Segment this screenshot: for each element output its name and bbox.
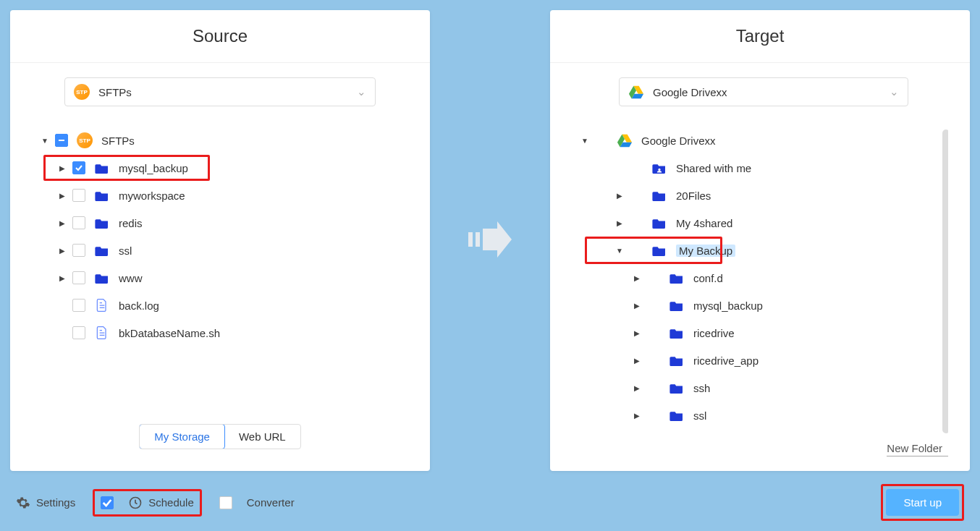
tree-row[interactable]: ▶ssl [579, 402, 948, 429]
checkbox[interactable] [72, 271, 85, 284]
converter-checkbox[interactable] [219, 496, 232, 509]
new-folder-button[interactable]: New Folder [887, 442, 948, 456]
row-label: My Backup [676, 245, 735, 257]
caret-icon[interactable]: ▶ [631, 384, 643, 392]
svg-point-9 [658, 169, 660, 171]
checkbox[interactable] [72, 189, 85, 202]
caret-icon[interactable]: ▶ [56, 274, 68, 282]
caret-icon[interactable]: ▶ [56, 192, 68, 200]
caret-icon[interactable]: ▶ [631, 412, 643, 420]
startup-button[interactable]: Start up [886, 489, 959, 516]
tree-row[interactable]: ▶conf.d [579, 264, 948, 292]
source-panel: Source STP SFTPs ⌄ ▼ ST [10, 10, 430, 471]
scrollbar[interactable] [942, 129, 948, 433]
tree-row[interactable]: ▶ssl [39, 237, 401, 264]
bottom-bar: Settings Schedule Converter Start up [10, 471, 970, 525]
arrow-zone [430, 10, 550, 471]
folder-icon [669, 272, 685, 284]
source-title: Source [10, 10, 430, 63]
checkbox[interactable] [72, 216, 85, 229]
tree-row[interactable]: ▶mysql_backup [579, 292, 948, 319]
source-tree: ▼ STP SFTPs ▶mysql_backup▶myworkspace▶re… [39, 127, 401, 421]
row-label: bkDatabaseName.sh [119, 327, 220, 339]
folder-icon [669, 327, 685, 339]
tree-row[interactable]: Shared with me [579, 154, 948, 182]
clock-icon [128, 496, 143, 510]
folder-icon [651, 245, 667, 256]
checkbox-partial[interactable] [55, 134, 68, 147]
shared-folder-icon [651, 162, 667, 174]
tab-web-url[interactable]: Web URL [224, 425, 300, 449]
svg-rect-0 [59, 140, 64, 141]
folder-icon [669, 354, 685, 366]
schedule-toggle[interactable]: Schedule [93, 489, 202, 517]
startup-highlight: Start up [881, 484, 964, 521]
target-dropdown-label: Google Drivexx [653, 86, 890, 98]
caret-icon[interactable]: ▶ [56, 247, 68, 255]
tree-row[interactable]: bkDatabaseName.sh [39, 319, 401, 347]
folder-icon [94, 272, 110, 284]
checkbox[interactable] [72, 299, 85, 312]
row-label: www [119, 272, 143, 284]
caret-down-icon[interactable]: ▼ [579, 137, 591, 145]
folder-icon [94, 162, 110, 174]
source-dropdown-label: SFTPs [98, 86, 357, 98]
tree-root[interactable]: ▼ STP SFTPs [39, 127, 401, 154]
caret-icon[interactable]: ▶ [614, 219, 625, 227]
caret-icon[interactable]: ▶ [631, 357, 643, 365]
row-label: Shared with me [676, 162, 751, 174]
tree-row[interactable]: ▶myworkspace [39, 182, 401, 209]
row-label: myworkspace [119, 190, 185, 202]
caret-icon[interactable]: ▶ [631, 302, 643, 310]
target-title: Target [550, 10, 970, 63]
chevron-down-icon: ⌄ [357, 85, 366, 98]
caret-icon[interactable]: ▶ [56, 164, 68, 172]
tree-row[interactable]: ▶My 4shared [579, 209, 948, 237]
folder-icon [94, 190, 110, 201]
row-label: ssl [693, 409, 706, 422]
row-label: mysql_backup [693, 300, 763, 312]
svg-rect-2 [476, 232, 480, 247]
folder-icon [669, 382, 685, 394]
caret-icon[interactable]: ▶ [614, 192, 625, 200]
tree-row[interactable]: ▼My Backup [579, 237, 948, 264]
tree-row[interactable]: ▶www [39, 264, 401, 292]
caret-icon[interactable]: ▶ [631, 274, 643, 282]
caret-icon[interactable]: ▶ [631, 329, 643, 337]
folder-icon [651, 190, 667, 201]
row-label: ssl [119, 245, 132, 257]
caret-icon[interactable]: ▶ [56, 219, 68, 227]
checkbox[interactable] [72, 161, 85, 174]
row-label: ricedrive_app [693, 354, 759, 367]
checkbox[interactable] [72, 244, 85, 257]
tree-row[interactable]: ▶redis [39, 209, 401, 237]
tree-row[interactable]: ▶20Files [579, 182, 948, 209]
target-root-label: Google Drivexx [641, 135, 716, 147]
row-label: redis [119, 217, 143, 229]
tab-my-storage[interactable]: My Storage [139, 424, 225, 449]
arrow-right-icon [465, 218, 515, 263]
row-label: ricedrive [693, 327, 735, 339]
folder-icon [669, 300, 685, 311]
settings-button[interactable]: Settings [16, 496, 75, 510]
tree-row[interactable]: ▶mysql_backup [39, 154, 401, 182]
settings-label: Settings [36, 496, 75, 509]
tree-row[interactable]: ▶ricedrive [579, 319, 948, 347]
target-dropdown[interactable]: Google Drivexx ⌄ [619, 77, 908, 106]
row-label: My 4shared [676, 217, 732, 229]
tree-row[interactable]: ▶ricedrive_app [579, 347, 948, 374]
converter-label: Converter [247, 496, 295, 509]
source-dropdown[interactable]: STP SFTPs ⌄ [64, 77, 376, 106]
tree-row[interactable]: back.log [39, 292, 401, 319]
caret-icon[interactable]: ▼ [614, 247, 625, 255]
gear-icon [16, 496, 30, 510]
target-tree: ▼ Google Drivexx Shared with me▶20Files▶… [579, 127, 948, 442]
checkbox[interactable] [72, 326, 85, 339]
tree-row[interactable]: ▶ssh [579, 374, 948, 402]
folder-icon [651, 217, 667, 229]
schedule-checkbox[interactable] [101, 496, 114, 509]
converter-toggle[interactable]: Converter [219, 496, 295, 509]
caret-down-icon[interactable]: ▼ [39, 137, 51, 145]
target-panel: Target Google Drivexx ⌄ ▼ [550, 10, 970, 471]
tree-root[interactable]: ▼ Google Drivexx [579, 127, 948, 154]
